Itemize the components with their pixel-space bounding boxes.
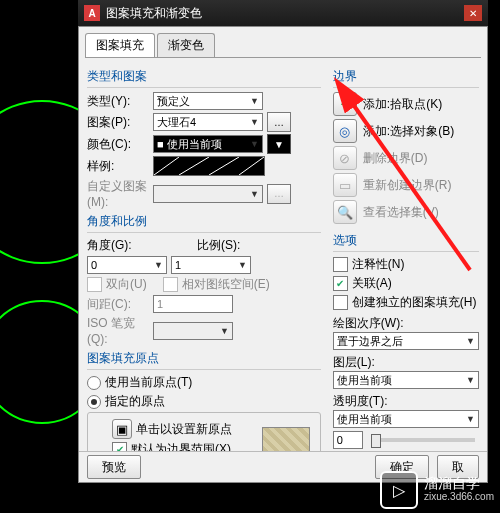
group-options-title: 选项 [333,232,479,249]
draworder-label: 绘图次序(W): [333,315,479,332]
layer-value: 使用当前项 [337,373,392,388]
origin-current-label: 使用当前原点(T) [105,374,192,391]
add-select-label[interactable]: 添加:选择对象(B) [363,123,454,140]
add-pick-label[interactable]: 添加:拾取点(K) [363,96,442,113]
origin-specified-label: 指定的原点 [105,393,165,410]
double-checkbox [87,277,102,292]
separate-label: 创建独立的图案填充(H) [352,294,477,311]
origin-specified-radio[interactable] [87,395,101,409]
transparency-label: 透明度(T): [333,393,479,410]
layer-label: 图层(L): [333,354,479,371]
watermark-url: zixue.3d66.com [424,490,494,504]
separate-checkbox[interactable] [333,295,348,310]
type-select[interactable]: 预定义▼ [153,92,263,110]
spacing-label: 间距(C): [87,296,149,313]
tab-gradient[interactable]: 渐变色 [157,33,215,57]
pick-origin-icon[interactable]: ▣ [112,419,132,439]
recreate-boundary-label: 重新创建边界(R) [363,177,452,194]
double-label: 双向(U) [106,276,147,293]
transparency-slider[interactable] [371,438,475,442]
type-label: 类型(Y): [87,93,149,110]
rel-paper-label: 相对图纸空间(E) [182,276,270,293]
scale-value: 1 [175,259,181,271]
app-icon: A [84,5,100,21]
annotative-label: 注释性(N) [352,256,405,273]
hatch-dialog: 图案填充 渐变色 类型和图案 类型(Y): 预定义▼ 图案(P): 大理石4▼ … [78,26,488,483]
draworder-select[interactable]: 置于边界之后▼ [333,332,479,350]
transparency-value: 使用当前项 [337,412,392,427]
view-selection-icon: 🔍 [333,200,357,224]
tab-hatch[interactable]: 图案填充 [85,33,155,57]
scale-label: 比例(S): [197,237,240,254]
close-icon[interactable]: ✕ [464,5,482,21]
custom-pattern-label: 自定义图案(M): [87,178,149,209]
remove-boundary-label: 删除边界(D) [363,150,428,167]
iso-label: ISO 笔宽(Q): [87,315,149,346]
pattern-value: 大理石4 [157,115,196,130]
associative-label: 关联(A) [352,275,392,292]
angle-value: 0 [91,259,97,271]
window-title: 图案填充和渐变色 [106,5,202,22]
remove-boundary-icon: ⊘ [333,146,357,170]
custom-pattern-browse: … [267,184,291,204]
chevron-down-icon: ▼ [250,96,259,106]
layer-select[interactable]: 使用当前项▼ [333,371,479,389]
angle-select[interactable]: 0▼ [87,256,167,274]
pattern-select[interactable]: 大理石4▼ [153,113,263,131]
add-pick-icon[interactable]: ＋ [333,92,357,116]
transparency-input[interactable] [333,431,363,449]
iso-select: ▼ [153,322,233,340]
custom-pattern-select: ▼ [153,185,263,203]
color-label: 颜色(C): [87,136,149,153]
add-select-icon[interactable]: ◎ [333,119,357,143]
chevron-down-icon: ▼ [250,139,259,149]
chevron-down-icon: ▼ [250,117,259,127]
group-origin-title: 图案填充原点 [87,350,321,367]
draworder-value: 置于边界之后 [337,334,403,349]
color-value: ■ 使用当前项 [157,137,222,152]
pattern-label: 图案(P): [87,114,149,131]
group-boundary-title: 边界 [333,68,479,85]
group-angle-title: 角度和比例 [87,213,321,230]
color-swatch-button[interactable]: ▼ [267,134,291,154]
recreate-boundary-icon: ▭ [333,173,357,197]
watermark-brand: 溜溜自学 [424,475,480,491]
group-type-title: 类型和图案 [87,68,321,85]
preview-button[interactable]: 预览 [87,455,141,479]
transparency-select[interactable]: 使用当前项▼ [333,410,479,428]
scale-select[interactable]: 1▼ [171,256,251,274]
angle-label: 角度(G): [87,237,149,254]
type-value: 预定义 [157,94,190,109]
watermark: ▷ 溜溜自学 zixue.3d66.com [380,471,494,509]
pattern-browse-button[interactable]: … [267,112,291,132]
associative-checkbox[interactable] [333,276,348,291]
rel-paper-checkbox [163,277,178,292]
spacing-input [153,295,233,313]
sample-label: 样例: [87,158,149,175]
annotative-checkbox[interactable] [333,257,348,272]
view-selection-label: 查看选择集(V) [363,204,439,221]
sample-swatch[interactable] [153,156,265,176]
title-bar: A 图案填充和渐变色 ✕ [78,0,488,26]
click-set-origin-label: 单击以设置新原点 [136,421,232,438]
color-select[interactable]: ■ 使用当前项▼ [153,135,263,153]
play-icon: ▷ [380,471,418,509]
origin-current-radio[interactable] [87,376,101,390]
